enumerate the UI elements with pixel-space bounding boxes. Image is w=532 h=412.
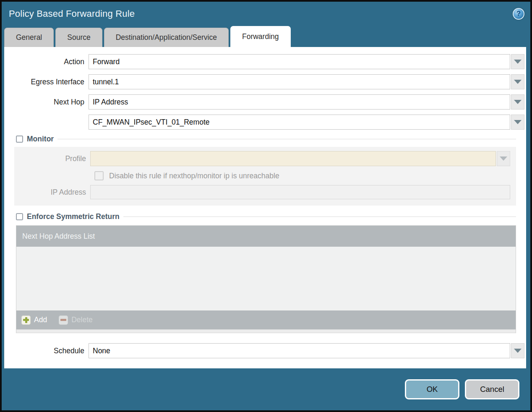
monitor-ip-address-input [90,185,510,199]
schedule-value-field[interactable]: None [89,343,510,358]
chevron-down-icon [514,60,522,64]
monitor-legend-label: Monitor [27,135,54,143]
next-hop-address-list-header: Next Hop Address List [16,226,516,247]
monitor-panel: Profile Disable this rule if nexthop/mon… [14,147,516,206]
next-hop-address-list-toolbar: Add Delete [16,310,516,329]
tab-destination-application-service[interactable]: Destination/Application/Service [104,28,229,47]
disable-rule-label: Disable this rule if nexthop/monitor ip … [109,172,279,180]
table-scrollbar-strip [16,329,516,333]
dialog-title: Policy Based Forwarding Rule [9,8,135,19]
forwarding-tab-panel: Action Forward Egress Interface tunnel.1… [4,47,526,368]
chevron-down-icon [500,156,507,161]
enforce-symmetric-return-legend-label: Enforce Symmetric Return [27,212,120,221]
enforce-symmetric-return-legend: Enforce Symmetric Return [15,212,123,221]
egress-interface-dropdown-button[interactable] [511,74,524,89]
dialog-titlebar: Policy Based Forwarding Rule ? [2,2,530,26]
next-hop-address-field[interactable]: CF_MWAN_IPsec_VTI_01_Remote [89,115,510,130]
chevron-down-icon [514,80,522,84]
tab-destination-application-service-label: Destination/Application/Service [116,33,217,42]
egress-interface-value-field[interactable]: tunnel.1 [89,74,510,89]
delete-button-label: Delete [71,316,93,324]
tab-general[interactable]: General [4,28,54,47]
cancel-button[interactable]: Cancel [465,379,519,399]
next-hop-address-row: CF_MWAN_IPsec_VTI_01_Remote [4,115,524,130]
next-hop-combo: IP Address [89,94,524,110]
schedule-dropdown-button[interactable] [511,343,524,358]
dialog-footer: OK Cancel [2,368,530,410]
tab-source-label: Source [67,33,90,42]
monitor-legend: Monitor [15,135,57,143]
tab-forwarding-label: Forwarding [242,32,279,41]
add-button[interactable]: Add [21,316,47,325]
monitor-checkbox[interactable] [16,136,23,143]
egress-interface-combo: tunnel.1 [89,74,524,89]
policy-based-forwarding-dialog: Policy Based Forwarding Rule ? General S… [0,0,532,412]
action-dropdown-button[interactable] [511,54,524,69]
enforce-symmetric-return-checkbox[interactable] [16,213,23,220]
ok-button[interactable]: OK [405,379,459,399]
egress-interface-row: Egress Interface tunnel.1 [4,74,524,89]
action-row: Action Forward [4,54,524,69]
next-hop-address-list-body[interactable] [16,247,516,310]
chevron-down-icon [514,349,522,353]
action-value-field[interactable]: Forward [89,54,510,69]
tab-source[interactable]: Source [55,28,102,47]
profile-combo [90,151,510,166]
next-hop-address-list-table: Next Hop Address List Add Delete [16,225,516,333]
next-hop-address-dropdown-button[interactable] [511,115,524,130]
help-icon[interactable]: ? [513,8,524,20]
schedule-row: Schedule None [4,343,524,358]
disable-rule-row: Disable this rule if nexthop/monitor ip … [94,171,510,180]
ok-button-label: OK [427,385,438,394]
enforce-symmetric-return-fieldset: Enforce Symmetric Return Next Hop Addres… [14,212,516,333]
action-label: Action [4,57,89,66]
tab-general-label: General [16,33,42,42]
add-button-label: Add [34,316,47,324]
chevron-down-icon [514,120,522,124]
next-hop-row: Next Hop IP Address [4,94,524,110]
next-hop-dropdown-button[interactable] [511,94,524,110]
cancel-button-label: Cancel [480,385,504,394]
schedule-label: Schedule [4,347,89,355]
next-hop-type-field[interactable]: IP Address [89,94,510,110]
profile-label: Profile [14,154,90,163]
tab-bar: General Source Destination/Application/S… [2,26,530,47]
monitor-ip-address-row: IP Address [14,185,510,200]
monitor-ip-address-label: IP Address [14,188,90,197]
delete-button: Delete [59,316,93,325]
profile-value-field [90,151,496,166]
monitor-fieldset: Monitor Profile Disable this rule if nex… [14,135,516,206]
add-plus-icon [21,316,31,325]
egress-interface-label: Egress Interface [4,78,89,86]
delete-minus-icon [59,316,68,325]
action-combo: Forward [89,54,524,69]
help-icon-glyph: ? [516,10,521,18]
next-hop-label: Next Hop [4,98,89,107]
profile-dropdown-button [497,151,510,166]
profile-row: Profile [14,151,510,166]
schedule-combo: None [89,343,524,358]
tab-forwarding[interactable]: Forwarding [230,26,291,47]
disable-rule-checkbox [94,171,104,180]
next-hop-address-combo: CF_MWAN_IPsec_VTI_01_Remote [89,115,524,130]
chevron-down-icon [514,100,522,104]
